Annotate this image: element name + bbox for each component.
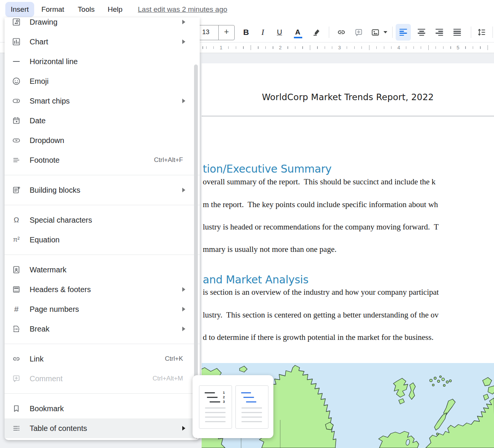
watermark-icon [11,265,21,275]
menu-item-headers-footers[interactable]: Headers & footers [5,280,200,299]
toc-option-with-blue-links[interactable] [235,385,268,429]
menu-item-label: Comment [30,374,63,383]
menu-item-special-characters[interactable]: Ω Special characters [5,210,200,230]
menu-item-label: Footnote [30,156,60,165]
bookmark-icon [11,404,21,413]
align-left-button[interactable] [396,24,411,41]
menu-item-building-blocks[interactable]: Building blocks [5,180,200,200]
image-options-caret[interactable] [381,24,390,41]
toolbar-separator [392,27,393,38]
bold-button[interactable]: B [239,24,253,41]
menu-item-footnote[interactable]: Footnote Ctrl+Alt+F [5,150,200,170]
special-characters-icon: Ω [11,215,21,225]
submenu-arrow-icon [182,39,185,44]
building-blocks-icon [11,185,21,195]
menu-item-label: Building blocks [30,186,80,195]
menu-format[interactable]: Format [37,2,68,17]
toc-preview-text-line [241,407,262,409]
body-line: is section is an overview of the industr… [203,288,439,297]
headers-footers-icon [11,285,21,294]
menu-separator [5,344,200,344]
chart-icon [11,37,21,47]
menu-item-watermark[interactable]: Watermark [5,260,200,280]
body-line: m the report. The key points could inclu… [203,200,438,209]
menu-item-label: Date [30,116,46,125]
submenu-arrow-icon [182,327,185,331]
ruler-mark: 2 [277,44,283,51]
justify-button[interactable] [450,24,465,41]
ruler-mark: 5 [455,44,461,51]
menu-item-dropdown[interactable]: Dropdown [5,130,200,150]
underline-button[interactable]: U [273,24,286,41]
link-icon [11,354,21,364]
menu-item-date[interactable]: Date [5,111,200,130]
menu-item-horizontal-line[interactable]: Horizontal line [5,52,200,71]
submenu-arrow-icon [182,307,185,311]
menu-item-label: Watermark [30,266,66,274]
menu-item-table-of-contents[interactable]: Table of contents [5,418,200,438]
menu-item-label: Horizontal line [30,57,78,66]
menu-item-break[interactable]: Break [5,319,200,339]
menu-item-equation[interactable]: π² Equation [5,230,200,250]
text-color-button[interactable]: A [291,24,305,41]
paint-format-button[interactable] [310,24,324,41]
menu-bar: Insert Format Tools Help Last edit was 2… [0,0,494,18]
body-line: mmary is usually not more than one page. [203,245,336,254]
submenu-arrow-icon [182,99,185,103]
toc-preview-line [210,401,220,402]
toolbar-separator [492,27,493,38]
body-line: d to determine if there is growth potent… [203,333,434,342]
menu-item-drawing[interactable]: Drawing [5,17,200,32]
italic-button[interactable]: I [256,24,270,41]
toc-preview-text-line [205,407,226,409]
chevron-down-icon [384,31,387,33]
menu-separator [5,255,200,255]
add-comment-button[interactable] [352,24,365,41]
menu-item-shortcut: Ctrl+Alt+F [154,156,183,164]
menu-item-bookmark[interactable]: Bookmark [5,399,200,418]
menu-separator [5,205,200,205]
table-of-contents-submenu: 1 2 3 [193,375,273,438]
align-center-button[interactable] [414,24,429,41]
menu-item-shortcut: Ctrl+K [165,355,183,363]
menu-item-page-numbers[interactable]: # Page numbers [5,299,200,319]
page-numbers-icon: # [11,304,21,314]
menu-item-emoji[interactable]: Emoji [5,71,200,91]
ruler-half-ticks [202,45,494,50]
equation-icon: π² [11,235,21,245]
menu-item-label: Bookmark [30,404,64,413]
insert-link-button[interactable] [335,24,348,41]
heading-executive-summary: tion/Executive Summary [203,163,331,175]
date-icon [11,116,21,126]
last-edit-status-link[interactable]: Last edit was 2 minutes ago [138,2,227,17]
table-of-contents-icon [11,423,21,433]
menu-item-comment[interactable]: Comment Ctrl+Alt+M [5,369,200,388]
justify-icon [453,29,461,36]
emoji-icon [11,76,21,86]
menu-item-shortcut: Ctrl+Alt+M [153,375,183,382]
submenu-arrow-icon [182,188,185,192]
footnote-icon [11,155,21,165]
heading-market-analysis: and Market Analysis [203,274,308,286]
align-right-button[interactable] [432,24,447,41]
menu-item-smart-chips[interactable]: Smart chips [5,91,200,111]
submenu-arrow-icon [182,426,185,431]
toc-preview-text-line [241,412,262,413]
toc-preview-text-line [241,417,262,418]
align-left-icon [399,29,407,36]
menu-insert[interactable]: Insert [5,2,34,17]
menu-tools[interactable]: Tools [73,2,99,17]
menu-item-chart[interactable]: Chart [5,32,200,52]
ruler-mark: 4 [396,44,402,51]
line-spacing-button[interactable] [475,24,488,41]
menu-item-label: Equation [30,236,60,244]
align-center-icon [418,29,425,36]
menu-help[interactable]: Help [103,2,127,17]
insert-image-button[interactable] [368,24,382,41]
menu-item-link[interactable]: Link Ctrl+K [5,349,200,369]
toc-preview-line [205,392,215,393]
toc-option-with-page-numbers[interactable]: 1 2 3 [199,385,232,429]
toc-preview-link-line [243,397,254,398]
increase-font-size-button[interactable]: + [219,25,234,40]
smart-chips-icon [11,96,21,106]
